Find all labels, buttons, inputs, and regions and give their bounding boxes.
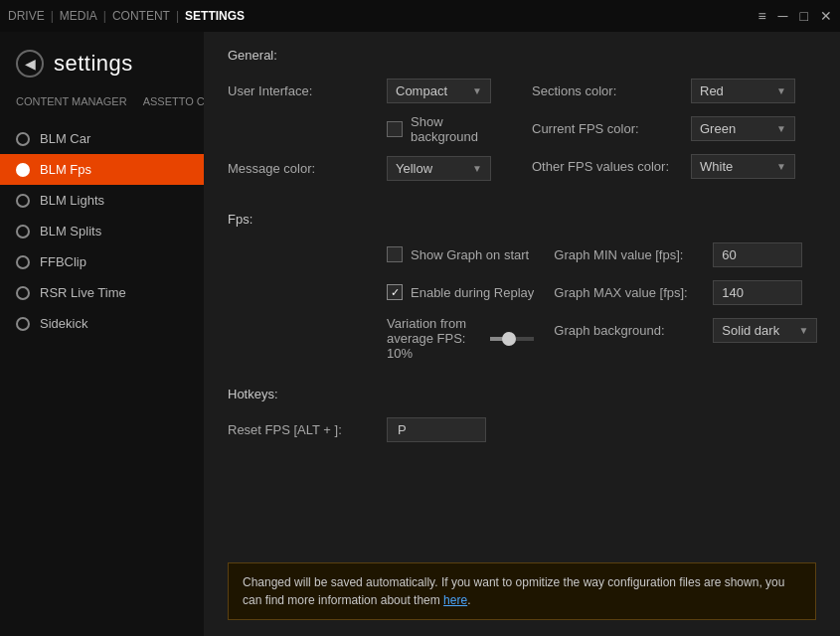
message-color-control: Yellow ▼ bbox=[387, 156, 512, 181]
slider-thumb[interactable] bbox=[502, 332, 516, 346]
graph-bg-value: Solid dark bbox=[722, 323, 779, 338]
back-button[interactable]: ◀ bbox=[16, 50, 44, 78]
general-col-left: User Interface: Compact ▼ bbox=[228, 77, 522, 192]
sidebar-dot-active bbox=[16, 163, 30, 177]
nav-settings[interactable]: SETTINGS bbox=[185, 9, 245, 23]
sections-color-row: Sections color: Red ▼ bbox=[532, 77, 816, 104]
sidebar-dot bbox=[16, 286, 30, 300]
other-fps-dropdown[interactable]: White ▼ bbox=[691, 154, 795, 179]
bottom-message: Changed will be saved automatically. If … bbox=[228, 562, 816, 620]
sidebar-label: RSR Live Time bbox=[40, 285, 126, 300]
other-fps-row: Other FPS values color: White ▼ bbox=[532, 152, 816, 180]
titlebar: DRIVE | MEDIA | CONTENT | SETTINGS ≡ ─ □… bbox=[0, 0, 840, 32]
sidebar-item-blm-lights[interactable]: BLM Lights bbox=[0, 185, 204, 216]
sections-color-control: Red ▼ bbox=[691, 79, 816, 103]
fps-section-title: Fps: bbox=[228, 212, 816, 227]
bottom-message-after: . bbox=[467, 593, 470, 607]
bottom-message-link[interactable]: here bbox=[443, 593, 467, 607]
sidebar-item-sidekick[interactable]: Sidekick bbox=[0, 308, 204, 339]
show-background-checkbox-wrap[interactable]: Show background bbox=[387, 114, 512, 144]
sidebar-dot bbox=[16, 317, 30, 331]
nav-sep-3: | bbox=[176, 9, 179, 23]
enable-replay-row: Enable during Replay bbox=[228, 278, 534, 306]
reset-fps-row: Reset FPS [ALT + ]: P bbox=[228, 415, 816, 443]
variation-control: Variation from average FPS: 10% bbox=[387, 316, 534, 361]
nav-media[interactable]: MEDIA bbox=[60, 9, 97, 23]
nav-content[interactable]: CONTENT bbox=[112, 9, 170, 23]
graph-max-row: Graph MAX value [fps]: 140 bbox=[554, 278, 817, 306]
nav-sep-2: | bbox=[103, 9, 106, 23]
sidebar-dot bbox=[16, 194, 30, 208]
sidebar-label: BLM Car bbox=[40, 131, 90, 146]
show-graph-control: Show Graph on start bbox=[387, 246, 534, 262]
sidebar-list: BLM Car BLM Fps BLM Lights BLM Splits FF… bbox=[0, 123, 204, 636]
hamburger-icon[interactable]: ≡ bbox=[757, 8, 765, 24]
sidebar-item-blm-fps[interactable]: BLM Fps bbox=[0, 154, 204, 185]
sub-nav-content-manager[interactable]: CONTENT MANAGER bbox=[8, 91, 135, 113]
graph-min-control: 60 bbox=[713, 242, 817, 267]
nav-sep-1: | bbox=[51, 9, 54, 23]
other-fps-control: White ▼ bbox=[691, 154, 816, 179]
current-fps-value: Green bbox=[700, 121, 736, 136]
sidebar-item-ffbclip[interactable]: FFBClip bbox=[0, 246, 204, 277]
ui-dropdown-value: Compact bbox=[396, 83, 447, 98]
show-background-checkbox[interactable] bbox=[387, 121, 403, 137]
sidebar-item-rsr-live-time[interactable]: RSR Live Time bbox=[0, 277, 204, 308]
graph-bg-control: Solid dark ▼ bbox=[713, 318, 817, 343]
enable-replay-label: Enable during Replay bbox=[411, 285, 534, 300]
slider-fill bbox=[490, 337, 503, 341]
show-background-control: Show background bbox=[387, 114, 512, 144]
graph-bg-dropdown[interactable]: Solid dark ▼ bbox=[713, 318, 817, 343]
ui-control: Compact ▼ bbox=[387, 79, 512, 103]
show-graph-label: Show Graph on start bbox=[411, 247, 529, 262]
graph-bg-row: Graph background: Solid dark ▼ bbox=[554, 316, 817, 344]
fps-col-left: Show Graph on start Enable during Replay bbox=[228, 240, 544, 371]
current-fps-control: Green ▼ bbox=[691, 116, 816, 141]
other-fps-label: Other FPS values color: bbox=[532, 159, 691, 174]
variation-slider[interactable] bbox=[490, 337, 535, 341]
ui-label: User Interface: bbox=[228, 83, 387, 98]
message-color-row: Message color: Yellow ▼ bbox=[228, 154, 512, 182]
maximize-button[interactable]: □ bbox=[800, 8, 808, 24]
titlebar-nav: DRIVE | MEDIA | CONTENT | SETTINGS bbox=[8, 9, 245, 23]
variation-row: Variation from average FPS: 10% bbox=[228, 316, 534, 361]
graph-min-input[interactable]: 60 bbox=[713, 242, 802, 267]
ui-row: User Interface: Compact ▼ bbox=[228, 77, 512, 104]
graph-max-input[interactable]: 140 bbox=[713, 280, 802, 305]
reset-fps-input[interactable]: P bbox=[387, 417, 486, 442]
sidebar: ◀ settings CONTENT MANAGER ASSETTO CORSA… bbox=[0, 32, 204, 636]
sections-color-dropdown[interactable]: Red ▼ bbox=[691, 79, 795, 103]
minimize-button[interactable]: ─ bbox=[778, 8, 788, 24]
sidebar-dot bbox=[16, 255, 30, 269]
sidebar-dot bbox=[16, 132, 30, 146]
show-graph-checkbox[interactable] bbox=[387, 246, 403, 262]
general-two-col: User Interface: Compact ▼ bbox=[228, 77, 816, 192]
sub-nav: CONTENT MANAGER ASSETTO CORSA APPS 🔍 bbox=[0, 91, 204, 123]
show-graph-checkbox-wrap[interactable]: Show Graph on start bbox=[387, 246, 529, 262]
show-background-label: Show background bbox=[411, 114, 512, 144]
graph-max-control: 140 bbox=[713, 280, 817, 305]
other-fps-value: White bbox=[700, 159, 733, 174]
fps-col-right: Graph MIN value [fps]: 60 Graph MAX valu… bbox=[544, 240, 817, 371]
sidebar-item-blm-splits[interactable]: BLM Splits bbox=[0, 216, 204, 246]
header-area: ◀ settings bbox=[0, 40, 204, 91]
current-fps-arrow: ▼ bbox=[776, 123, 786, 134]
close-button[interactable]: ✕ bbox=[820, 8, 832, 24]
enable-replay-checkbox[interactable] bbox=[387, 284, 403, 300]
general-section: General: User Interface: Compact ▼ bbox=[228, 48, 816, 192]
current-fps-dropdown[interactable]: Green ▼ bbox=[691, 116, 795, 141]
hotkeys-section: Hotkeys: Reset FPS [ALT + ]: P bbox=[228, 387, 816, 453]
ui-dropdown-arrow: ▼ bbox=[472, 85, 482, 96]
message-color-label: Message color: bbox=[228, 161, 387, 176]
sidebar-item-blm-car[interactable]: BLM Car bbox=[0, 123, 204, 154]
enable-replay-checkbox-wrap[interactable]: Enable during Replay bbox=[387, 284, 534, 300]
enable-replay-control: Enable during Replay bbox=[387, 284, 534, 300]
nav-drive[interactable]: DRIVE bbox=[8, 9, 45, 23]
current-fps-row: Current FPS color: Green ▼ bbox=[532, 114, 816, 142]
current-fps-label: Current FPS color: bbox=[532, 121, 691, 136]
titlebar-controls: ≡ ─ □ ✕ bbox=[757, 8, 832, 24]
ui-dropdown[interactable]: Compact ▼ bbox=[387, 79, 491, 103]
sidebar-label: FFBClip bbox=[40, 254, 86, 269]
message-color-dropdown[interactable]: Yellow ▼ bbox=[387, 156, 491, 181]
app-container: ◀ settings CONTENT MANAGER ASSETTO CORSA… bbox=[0, 32, 840, 636]
